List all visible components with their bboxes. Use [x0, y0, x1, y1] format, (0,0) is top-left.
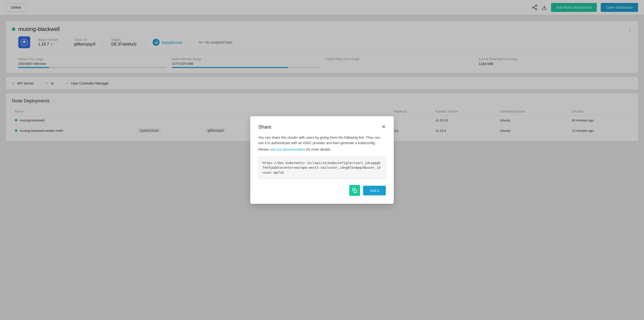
svg-rect-12 [354, 190, 357, 193]
copy-link-button[interactable] [349, 185, 360, 196]
doc-link[interactable]: visit our documentation [270, 148, 306, 151]
modal-overlay[interactable]: Share ✕ You can share this cluster with … [0, 0, 644, 320]
modal-title: Share [258, 124, 271, 130]
modal-doc-line: Please visit our documentation for more … [258, 147, 386, 152]
doc-prefix: Please [258, 148, 270, 151]
doc-suffix: for more details. [306, 148, 331, 151]
share-link-box: https://dev.kubermatic.io//api/v1/kubeco… [258, 156, 386, 179]
modal-description: You can share this cluster with users by… [258, 135, 386, 146]
modal-body: You can share this cluster with users by… [258, 135, 386, 179]
share-modal: Share ✕ You can share this cluster with … [250, 116, 394, 204]
modal-close-button[interactable]: ✕ [381, 124, 386, 130]
got-it-button[interactable]: Got it [363, 186, 386, 195]
modal-footer: Got it [258, 185, 386, 196]
modal-header: Share ✕ [258, 124, 386, 130]
